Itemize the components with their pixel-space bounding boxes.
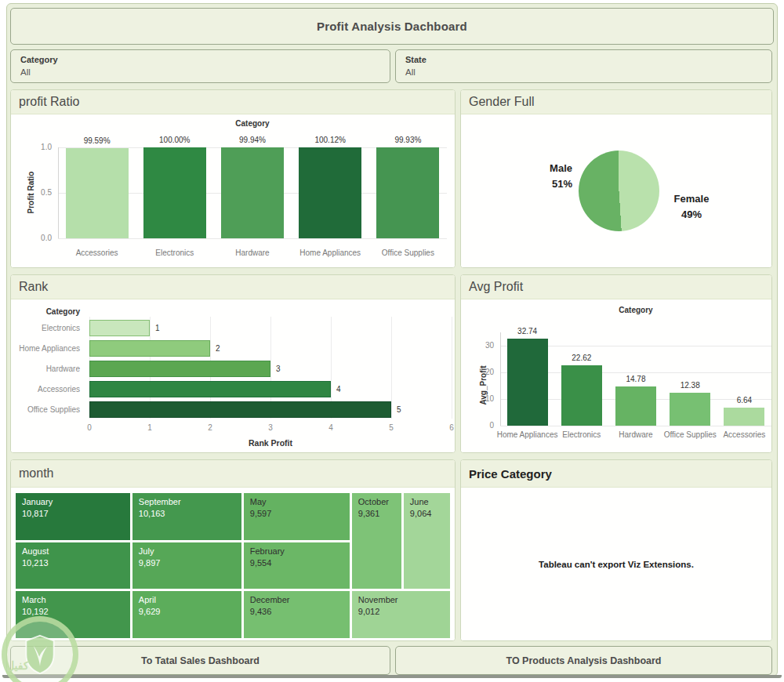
treemap-cell[interactable]: August10,213 [16, 542, 130, 589]
bar[interactable] [89, 381, 331, 397]
y-tick-label: 1.0 [27, 143, 52, 151]
bar-value-label: 1 [155, 324, 160, 332]
treemap-cell-value: 10,213 [22, 558, 124, 568]
bar[interactable] [670, 393, 710, 426]
pie-chart[interactable] [579, 151, 659, 231]
treemap-cell-month: May [250, 497, 343, 506]
y-category-label: Hardware [11, 365, 80, 373]
filter-state-value[interactable]: All [405, 67, 762, 77]
to-products-analysis-dashboard-button[interactable]: TO Products Analysis Dashboard [395, 646, 772, 675]
bar[interactable] [221, 147, 284, 238]
treemap-cell[interactable]: June9,064 [404, 493, 450, 589]
treemap-cell-month: December [250, 595, 343, 604]
treemap-cell[interactable]: January10,817 [16, 493, 130, 540]
filter-state[interactable]: State All [395, 49, 772, 83]
bar-value-label: 99.59% [58, 136, 136, 145]
bar[interactable] [724, 408, 764, 426]
treemap-cell[interactable]: April9,629 [132, 591, 241, 638]
bar-value-label: 5 [397, 405, 401, 414]
treemap-cell-value: 10,817 [22, 509, 124, 518]
filter-state-label: State [405, 55, 762, 64]
treemap-cell-month: January [22, 497, 124, 506]
page-title: Profit Analysis Dachboard [317, 20, 467, 33]
x-tick-label: 1 [138, 423, 162, 432]
y-tick-label: 0.0 [27, 234, 52, 242]
treemap-cell-value: 10,163 [139, 509, 235, 518]
slice-label: Female49% [655, 191, 728, 223]
dashboard-container: Profit Analysis Dachboard Category All S… [6, 3, 778, 677]
x-tick-label: 2 [198, 423, 222, 432]
window-bottom-edge [2, 675, 782, 678]
month-treemap-grid: January10,817September10,163May9,597Octo… [16, 493, 450, 638]
bar[interactable] [507, 339, 548, 426]
panel-price-category-header: Price Category [461, 460, 771, 488]
x-category-label: Hardware [209, 248, 296, 259]
panel-rank-header: Rank [11, 275, 455, 299]
treemap-cell[interactable]: February9,554 [244, 542, 350, 589]
bar[interactable] [89, 340, 210, 357]
x-category-label: Accessories [53, 248, 140, 259]
slice-label-name: Female [655, 191, 728, 207]
gender-pie-chart: Male51%Female49% [461, 114, 771, 268]
y-tick-label: 0.5 [27, 188, 52, 197]
bar-value-label: 100.00% [136, 136, 213, 144]
month-treemap: January10,817September10,163May9,597Octo… [11, 488, 455, 641]
panel-month-header: month [11, 460, 455, 488]
panel-gender: Gender Full Male51%Female49% [460, 89, 772, 268]
bar-value-label: 14.78 [608, 375, 662, 383]
viz-extension-message: Tableau can't export Viz Extensions. [539, 560, 694, 569]
panel-avg-profit-header: Avg Profit [461, 275, 771, 299]
slice-label-pct: 49% [655, 207, 728, 223]
treemap-cell[interactable]: November9,012 [352, 591, 450, 638]
filter-category[interactable]: Category All [10, 49, 390, 83]
x-tick-label: 4 [319, 423, 343, 432]
x-tick-label: 6 [440, 423, 456, 432]
bar[interactable] [89, 401, 391, 418]
bar-value-label: 22.62 [554, 354, 608, 362]
bar[interactable] [89, 320, 150, 336]
x-tick-label: 0 [78, 423, 101, 432]
panel-month-title: month [19, 466, 53, 481]
y-tick-label: 20 [469, 368, 494, 376]
filter-category-value[interactable]: All [20, 67, 380, 77]
treemap-cell-month: November [358, 595, 444, 604]
bar[interactable] [89, 361, 270, 377]
bar-value-label: 99.93% [369, 136, 447, 144]
treemap-cell-month: April [139, 595, 235, 604]
bar[interactable] [561, 365, 602, 426]
treemap-cell[interactable]: December9,436 [244, 591, 350, 638]
bar-value-label: 32.74 [500, 327, 554, 336]
treemap-cell[interactable]: March10,192 [16, 591, 130, 638]
gridline [452, 317, 452, 419]
dashboard-title-bar: Profit Analysis Dachboard [10, 8, 774, 45]
panel-avg-profit-title: Avg Profit [469, 280, 523, 294]
treemap-cell[interactable]: May9,597 [244, 493, 350, 540]
x-tick-label: 3 [259, 423, 282, 432]
price-category-body: Tableau can't export Viz Extensions. [461, 488, 771, 641]
gridline [58, 238, 447, 239]
gridline [500, 426, 771, 426]
y-category-label: Office Supplies [11, 405, 80, 414]
panel-price-category: Price Category Tableau can't export Viz … [460, 459, 772, 641]
bar[interactable] [615, 386, 656, 426]
bar-value-label: 2 [216, 344, 220, 353]
bar[interactable] [299, 147, 361, 238]
bar-value-label: 100.12% [292, 136, 369, 144]
treemap-cell[interactable]: July9,897 [132, 542, 241, 589]
bar[interactable] [66, 148, 129, 239]
y-axis-line [500, 332, 501, 426]
bar[interactable] [376, 147, 439, 238]
filter-category-label: Category [20, 55, 380, 64]
treemap-cell[interactable]: October9,361 [352, 493, 401, 589]
bar-value-label: 6.64 [717, 396, 771, 404]
panel-rank: Rank Category0123456Electronics1Home App… [10, 274, 456, 453]
treemap-cell-value: 9,897 [139, 558, 235, 568]
treemap-cell-value: 10,192 [22, 607, 124, 616]
panel-avg-profit: Avg Profit CategoryAvg_Profit010203032.7… [460, 274, 772, 453]
bar[interactable] [143, 147, 206, 238]
x-category-label: Home Appliances [287, 248, 374, 259]
treemap-cell[interactable]: September10,163 [132, 493, 241, 540]
to-total-sales-dashboard-button[interactable]: To Tatal Sales Dashboard [10, 646, 390, 675]
treemap-cell-month: March [22, 595, 124, 604]
to-products-analysis-dashboard-label: TO Products Analysis Dashboard [506, 655, 662, 666]
